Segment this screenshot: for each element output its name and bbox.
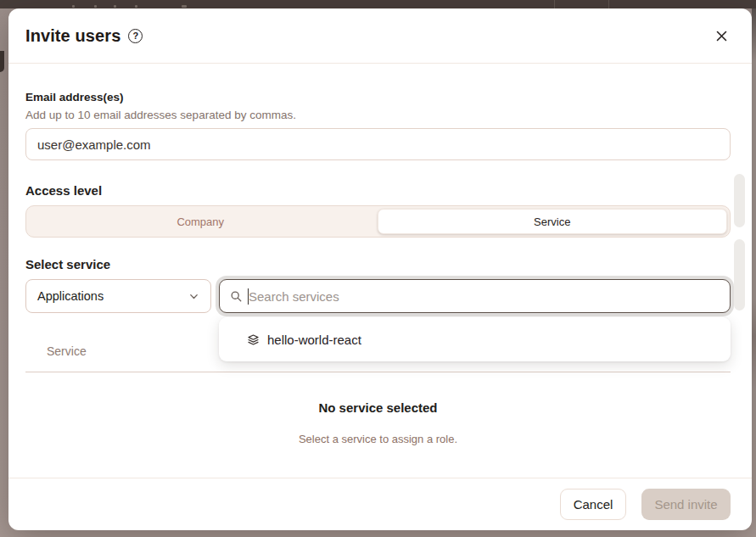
email-label: Email address(es) (25, 91, 731, 103)
help-icon[interactable]: ? (128, 29, 143, 43)
cancel-button[interactable]: Cancel (560, 489, 626, 520)
text-caret (248, 288, 249, 305)
navbar-divider (608, 0, 609, 8)
background-navbar (0, 0, 756, 8)
service-search-field (219, 279, 731, 313)
email-section: Email address(es) Add up to 10 email add… (25, 91, 731, 160)
background-text-fragment (114, 5, 116, 8)
dialog-body: Email address(es) Add up to 10 email add… (8, 64, 752, 445)
email-hint: Add up to 10 email addresses separated b… (25, 109, 731, 121)
access-level-section: Access level Company Service (25, 183, 731, 238)
dialog-footer: Cancel Send invite (8, 478, 752, 530)
table-divider (25, 372, 731, 372)
chevron-down-icon (188, 291, 199, 302)
segment-service-label: Service (534, 215, 570, 228)
service-column-header: Service (47, 344, 87, 358)
empty-state-subtitle: Select a service to assign a role. (25, 433, 731, 445)
background-page-edge (752, 8, 756, 537)
background-text-fragment (72, 5, 75, 8)
invite-users-dialog: Invite users ? Email address(es) Add up … (8, 8, 752, 530)
select-service-section: Select service Applications (25, 257, 731, 313)
segment-service[interactable]: Service (378, 209, 728, 234)
close-icon[interactable] (712, 26, 731, 45)
background-text-fragment (135, 5, 137, 8)
search-icon (230, 290, 243, 303)
email-input[interactable] (25, 128, 731, 160)
search-results-popover: hello-world-react (219, 317, 731, 361)
access-level-toggle: Company Service (25, 205, 731, 238)
stack-icon (247, 333, 260, 346)
access-level-label: Access level (25, 183, 731, 198)
service-picker-row: Applications hello-world-react (25, 279, 731, 313)
background-page-fragment (0, 51, 4, 72)
segment-company-label: Company (176, 215, 224, 228)
service-type-value: Applications (37, 289, 104, 303)
dialog-title: Invite users (25, 26, 120, 46)
send-invite-button[interactable]: Send invite (641, 489, 731, 520)
service-type-dropdown[interactable]: Applications (25, 279, 211, 313)
background-text-fragment (182, 5, 187, 8)
dialog-header: Invite users ? (8, 8, 752, 64)
navbar-divider (554, 0, 555, 8)
background-text-fragment (94, 5, 97, 8)
search-result-item[interactable]: hello-world-react (219, 322, 731, 356)
scrollbar-thumb[interactable] (734, 239, 745, 310)
select-service-label: Select service (25, 257, 731, 271)
empty-state: No service selected Select a service to … (25, 400, 731, 445)
segment-company[interactable]: Company (26, 206, 375, 237)
empty-state-title: No service selected (25, 400, 731, 415)
search-input[interactable] (249, 289, 720, 304)
scrollbar-thumb[interactable] (734, 174, 745, 227)
search-result-label: hello-world-react (267, 333, 361, 347)
